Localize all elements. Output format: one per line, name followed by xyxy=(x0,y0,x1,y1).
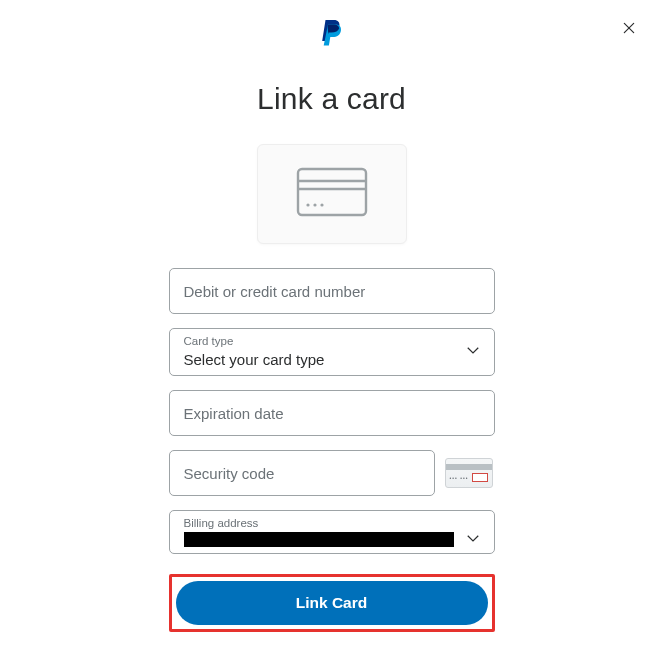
card-number-input[interactable] xyxy=(184,283,480,300)
link-card-button[interactable]: Link Card xyxy=(176,581,488,625)
billing-address-value xyxy=(184,532,454,547)
billing-address-label: Billing address xyxy=(184,517,259,531)
submit-highlight: Link Card xyxy=(169,574,495,632)
close-icon xyxy=(621,20,637,40)
billing-address-select[interactable]: Billing address xyxy=(169,510,495,554)
close-button[interactable] xyxy=(619,20,639,40)
modal-container: Link a card Card type Select your card t… xyxy=(0,0,663,632)
page-title: Link a card xyxy=(257,82,406,116)
card-number-field[interactable] xyxy=(169,268,495,314)
svg-point-7 xyxy=(320,203,323,206)
svg-point-5 xyxy=(306,203,309,206)
cvv-hint-icon: ••• ••• xyxy=(445,458,493,488)
expiration-input[interactable] xyxy=(184,405,480,422)
svg-point-6 xyxy=(313,203,316,206)
svg-rect-2 xyxy=(298,169,366,215)
card-icon xyxy=(296,167,368,221)
chevron-down-icon xyxy=(464,529,482,551)
card-type-value: Select your card type xyxy=(184,350,480,370)
expiration-field[interactable] xyxy=(169,390,495,436)
card-type-label: Card type xyxy=(184,335,234,349)
paypal-logo xyxy=(319,18,345,52)
card-illustration xyxy=(257,144,407,244)
link-card-form: Card type Select your card type ••• ••• … xyxy=(169,268,495,632)
security-code-field[interactable] xyxy=(169,450,435,496)
security-code-input[interactable] xyxy=(184,465,420,482)
security-code-row: ••• ••• xyxy=(169,450,495,496)
card-type-select[interactable]: Card type Select your card type xyxy=(169,328,495,376)
